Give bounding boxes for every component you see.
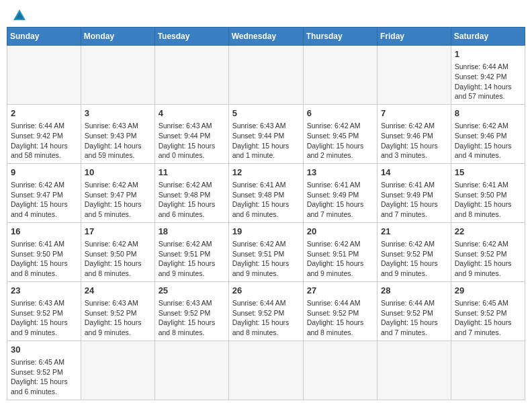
calendar-cell: 14Sunrise: 6:41 AM Sunset: 9:49 PM Dayli…	[378, 163, 451, 222]
calendar-cell: 19Sunrise: 6:42 AM Sunset: 9:51 PM Dayli…	[228, 222, 303, 281]
day-number: 30	[11, 344, 77, 356]
calendar-cell: 11Sunrise: 6:42 AM Sunset: 9:48 PM Dayli…	[154, 163, 228, 222]
calendar-cell: 26Sunrise: 6:44 AM Sunset: 9:52 PM Dayli…	[228, 281, 303, 340]
calendar-cell: 12Sunrise: 6:41 AM Sunset: 9:48 PM Dayli…	[228, 163, 303, 222]
day-info: Sunrise: 6:42 AM Sunset: 9:46 PM Dayligh…	[455, 121, 521, 161]
day-number: 24	[85, 285, 151, 297]
calendar-cell: 27Sunrise: 6:44 AM Sunset: 9:52 PM Dayli…	[303, 281, 377, 340]
calendar-cell: 9Sunrise: 6:42 AM Sunset: 9:47 PM Daylig…	[7, 163, 81, 222]
calendar-week-6: 30Sunrise: 6:45 AM Sunset: 9:52 PM Dayli…	[7, 340, 525, 400]
calendar-cell	[81, 340, 154, 400]
day-number: 8	[455, 107, 521, 120]
day-info: Sunrise: 6:42 AM Sunset: 9:48 PM Dayligh…	[159, 180, 225, 220]
day-number: 22	[455, 226, 521, 238]
day-number: 25	[159, 285, 225, 297]
calendar-cell: 13Sunrise: 6:41 AM Sunset: 9:49 PM Dayli…	[303, 163, 377, 222]
calendar-cell: 15Sunrise: 6:41 AM Sunset: 9:50 PM Dayli…	[451, 163, 525, 222]
calendar-cell	[154, 340, 228, 400]
day-number: 28	[381, 285, 447, 297]
day-number: 7	[381, 107, 447, 120]
day-info: Sunrise: 6:45 AM Sunset: 9:52 PM Dayligh…	[455, 298, 521, 338]
day-info: Sunrise: 6:42 AM Sunset: 9:45 PM Dayligh…	[307, 121, 373, 161]
day-info: Sunrise: 6:41 AM Sunset: 9:49 PM Dayligh…	[307, 180, 373, 220]
calendar-cell: 23Sunrise: 6:43 AM Sunset: 9:52 PM Dayli…	[7, 281, 81, 340]
day-info: Sunrise: 6:41 AM Sunset: 9:49 PM Dayligh…	[381, 180, 447, 220]
calendar-cell	[378, 340, 451, 400]
weekday-tuesday: Tuesday	[154, 28, 228, 46]
calendar-cell	[81, 46, 154, 105]
day-info: Sunrise: 6:41 AM Sunset: 9:50 PM Dayligh…	[11, 239, 77, 279]
calendar-cell: 2Sunrise: 6:44 AM Sunset: 9:42 PM Daylig…	[7, 104, 81, 163]
calendar-cell: 8Sunrise: 6:42 AM Sunset: 9:46 PM Daylig…	[451, 104, 525, 163]
day-number: 1	[455, 48, 521, 60]
calendar-cell	[303, 340, 377, 400]
day-number: 16	[11, 226, 77, 238]
weekday-monday: Monday	[81, 28, 154, 46]
logo-icon	[11, 7, 28, 24]
calendar-cell	[228, 340, 303, 400]
calendar-week-2: 2Sunrise: 6:44 AM Sunset: 9:42 PM Daylig…	[7, 104, 525, 163]
day-number: 26	[232, 285, 300, 297]
calendar-cell: 6Sunrise: 6:42 AM Sunset: 9:45 PM Daylig…	[303, 104, 377, 163]
day-number: 5	[232, 107, 300, 120]
day-info: Sunrise: 6:42 AM Sunset: 9:51 PM Dayligh…	[232, 239, 300, 279]
day-info: Sunrise: 6:43 AM Sunset: 9:44 PM Dayligh…	[232, 121, 300, 161]
calendar-cell: 10Sunrise: 6:42 AM Sunset: 9:47 PM Dayli…	[81, 163, 154, 222]
day-number: 29	[455, 285, 521, 297]
calendar-cell: 22Sunrise: 6:42 AM Sunset: 9:52 PM Dayli…	[451, 222, 525, 281]
day-number: 19	[232, 226, 300, 238]
day-number: 3	[85, 107, 151, 120]
weekday-sunday: Sunday	[7, 28, 81, 46]
day-info: Sunrise: 6:42 AM Sunset: 9:46 PM Dayligh…	[381, 121, 447, 161]
header	[7, 7, 525, 21]
calendar-cell	[378, 46, 451, 105]
weekday-thursday: Thursday	[303, 28, 377, 46]
calendar-week-4: 16Sunrise: 6:41 AM Sunset: 9:50 PM Dayli…	[7, 222, 525, 281]
calendar-cell	[228, 46, 303, 105]
day-number: 11	[159, 167, 225, 179]
day-info: Sunrise: 6:42 AM Sunset: 9:47 PM Dayligh…	[11, 180, 77, 220]
calendar-body: 1Sunrise: 6:44 AM Sunset: 9:42 PM Daylig…	[7, 46, 525, 400]
calendar-cell: 18Sunrise: 6:42 AM Sunset: 9:51 PM Dayli…	[154, 222, 228, 281]
calendar-header: SundayMondayTuesdayWednesdayThursdayFrid…	[7, 28, 525, 46]
calendar-cell	[451, 340, 525, 400]
day-info: Sunrise: 6:44 AM Sunset: 9:52 PM Dayligh…	[307, 298, 373, 338]
calendar-cell: 7Sunrise: 6:42 AM Sunset: 9:46 PM Daylig…	[378, 104, 451, 163]
day-number: 18	[159, 226, 225, 238]
calendar-cell: 30Sunrise: 6:45 AM Sunset: 9:52 PM Dayli…	[7, 340, 81, 400]
day-number: 21	[381, 226, 447, 238]
day-info: Sunrise: 6:42 AM Sunset: 9:51 PM Dayligh…	[159, 239, 225, 279]
calendar-week-5: 23Sunrise: 6:43 AM Sunset: 9:52 PM Dayli…	[7, 281, 525, 340]
calendar-cell: 16Sunrise: 6:41 AM Sunset: 9:50 PM Dayli…	[7, 222, 81, 281]
day-info: Sunrise: 6:44 AM Sunset: 9:52 PM Dayligh…	[232, 298, 300, 338]
day-info: Sunrise: 6:43 AM Sunset: 9:52 PM Dayligh…	[85, 298, 151, 338]
day-number: 13	[307, 167, 373, 179]
day-number: 17	[85, 226, 151, 238]
day-number: 23	[11, 285, 77, 297]
weekday-wednesday: Wednesday	[228, 28, 303, 46]
calendar-table: SundayMondayTuesdayWednesdayThursdayFrid…	[7, 27, 525, 400]
calendar-cell	[154, 46, 228, 105]
day-info: Sunrise: 6:45 AM Sunset: 9:52 PM Dayligh…	[11, 357, 77, 397]
day-number: 9	[11, 167, 77, 179]
day-number: 14	[381, 167, 447, 179]
day-info: Sunrise: 6:42 AM Sunset: 9:47 PM Dayligh…	[85, 180, 151, 220]
calendar-cell: 24Sunrise: 6:43 AM Sunset: 9:52 PM Dayli…	[81, 281, 154, 340]
day-info: Sunrise: 6:43 AM Sunset: 9:44 PM Dayligh…	[159, 121, 225, 161]
day-number: 10	[85, 167, 151, 179]
day-info: Sunrise: 6:43 AM Sunset: 9:43 PM Dayligh…	[85, 121, 151, 161]
calendar-week-1: 1Sunrise: 6:44 AM Sunset: 9:42 PM Daylig…	[7, 46, 525, 105]
weekday-friday: Friday	[378, 28, 451, 46]
day-info: Sunrise: 6:42 AM Sunset: 9:52 PM Dayligh…	[381, 239, 447, 279]
day-info: Sunrise: 6:44 AM Sunset: 9:42 PM Dayligh…	[455, 62, 521, 101]
calendar-cell: 4Sunrise: 6:43 AM Sunset: 9:44 PM Daylig…	[154, 104, 228, 163]
day-info: Sunrise: 6:42 AM Sunset: 9:50 PM Dayligh…	[85, 239, 151, 279]
day-number: 27	[307, 285, 373, 297]
day-info: Sunrise: 6:42 AM Sunset: 9:52 PM Dayligh…	[455, 239, 521, 279]
logo	[9, 7, 28, 21]
weekday-header-row: SundayMondayTuesdayWednesdayThursdayFrid…	[7, 28, 525, 46]
day-info: Sunrise: 6:41 AM Sunset: 9:50 PM Dayligh…	[455, 180, 521, 220]
calendar-cell	[7, 46, 81, 105]
day-info: Sunrise: 6:44 AM Sunset: 9:52 PM Dayligh…	[381, 298, 447, 338]
calendar-cell: 20Sunrise: 6:42 AM Sunset: 9:51 PM Dayli…	[303, 222, 377, 281]
